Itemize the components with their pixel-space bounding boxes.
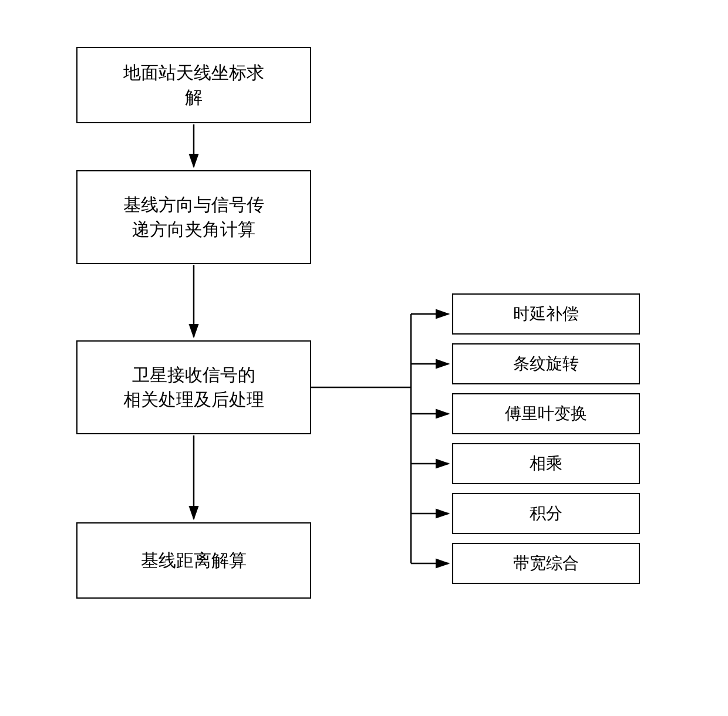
box-mid1: 基线方向与信号传递方向夹角计算 — [76, 170, 311, 264]
box-mid2-label: 卫星接收信号的相关处理及后处理 — [123, 363, 264, 412]
box-mid2: 卫星接收信号的相关处理及后处理 — [76, 340, 311, 434]
box-bot-label: 基线距离解算 — [141, 548, 247, 573]
box-right-1: 时延补偿 — [452, 293, 640, 335]
box-mid1-label: 基线方向与信号传递方向夹角计算 — [123, 192, 264, 242]
flowchart-diagram: 地面站天线坐标求解 基线方向与信号传递方向夹角计算 卫星接收信号的相关处理及后处… — [41, 35, 687, 681]
box-right-4: 相乘 — [452, 443, 640, 484]
box-right-2-label: 条纹旋转 — [513, 352, 579, 375]
box-right-6: 带宽综合 — [452, 543, 640, 584]
box-right-1-label: 时延补偿 — [513, 302, 579, 325]
box-bot: 基线距离解算 — [76, 522, 311, 599]
box-right-5-label: 积分 — [530, 502, 562, 525]
box-right-3: 傅里叶变换 — [452, 393, 640, 434]
box-right-2: 条纹旋转 — [452, 343, 640, 384]
box-right-3-label: 傅里叶变换 — [505, 402, 587, 425]
box-top: 地面站天线坐标求解 — [76, 47, 311, 123]
box-right-5: 积分 — [452, 493, 640, 534]
box-top-label: 地面站天线坐标求解 — [123, 60, 264, 110]
box-right-6-label: 带宽综合 — [513, 552, 579, 575]
box-right-4-label: 相乘 — [530, 452, 562, 475]
